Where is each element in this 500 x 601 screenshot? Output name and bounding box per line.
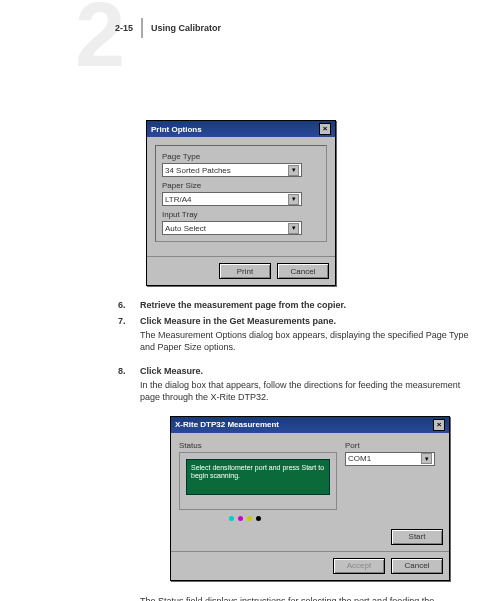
print-options-group: Page Type 34 Sorted Patches ▾ Paper Size… bbox=[155, 145, 327, 242]
header-divider bbox=[141, 18, 143, 38]
dialog-titlebar: Print Options × bbox=[147, 121, 335, 137]
magenta-dot-icon bbox=[238, 516, 243, 521]
page-ref: 2-15 bbox=[115, 23, 133, 33]
status-message: Select densitometer port and press Start… bbox=[186, 459, 330, 495]
page-type-dropdown[interactable]: 34 Sorted Patches ▾ bbox=[162, 163, 302, 177]
page-type-value: 34 Sorted Patches bbox=[165, 166, 231, 175]
input-tray-label: Input Tray bbox=[162, 210, 320, 219]
step-paragraph: The Measurement Options dialog box appea… bbox=[140, 330, 476, 353]
list-item: 7. Click Measure in the Get Measurements… bbox=[118, 316, 476, 362]
color-strip-indicators bbox=[229, 516, 337, 521]
paper-size-label: Paper Size bbox=[162, 181, 320, 190]
cyan-dot-icon bbox=[229, 516, 234, 521]
black-dot-icon bbox=[256, 516, 261, 521]
page-title: Using Calibrator bbox=[151, 23, 221, 33]
port-value: COM1 bbox=[348, 454, 371, 463]
list-item: 6. Retrieve the measurement page from th… bbox=[118, 300, 476, 312]
chevron-down-icon[interactable]: ▾ bbox=[288, 165, 299, 176]
close-icon[interactable]: × bbox=[433, 419, 445, 431]
step-text: Click Measure in the Get Measurements pa… bbox=[140, 316, 476, 328]
page-header: 2-15 Using Calibrator bbox=[115, 18, 221, 38]
status-label: Status bbox=[179, 441, 337, 450]
chevron-down-icon[interactable]: ▾ bbox=[288, 223, 299, 234]
input-tray-dropdown[interactable]: Auto Select ▾ bbox=[162, 221, 302, 235]
dialog-title: X-Rite DTP32 Measurement bbox=[175, 420, 279, 429]
trailing-paragraph: The Status field displays instructions f… bbox=[140, 595, 476, 601]
dialog-titlebar: X-Rite DTP32 Measurement × bbox=[171, 417, 449, 433]
chapter-number-watermark: 2 bbox=[75, 0, 125, 80]
paper-size-dropdown[interactable]: LTR/A4 ▾ bbox=[162, 192, 302, 206]
port-dropdown[interactable]: COM1 ▾ bbox=[345, 452, 435, 466]
step-text: Click Measure. bbox=[140, 366, 476, 378]
step-paragraph: In the dialog box that appears, follow t… bbox=[140, 380, 476, 403]
port-label: Port bbox=[345, 441, 441, 450]
step-number: 7. bbox=[118, 316, 140, 362]
start-button[interactable]: Start bbox=[391, 529, 443, 545]
print-button[interactable]: Print bbox=[219, 263, 271, 279]
step-number: 8. bbox=[118, 366, 140, 412]
cancel-button[interactable]: Cancel bbox=[391, 558, 443, 574]
step-number: 6. bbox=[118, 300, 140, 312]
paper-size-value: LTR/A4 bbox=[165, 195, 192, 204]
close-icon[interactable]: × bbox=[319, 123, 331, 135]
instruction-list: 6. Retrieve the measurement page from th… bbox=[118, 300, 476, 412]
status-box: Select densitometer port and press Start… bbox=[179, 452, 337, 510]
dialog-title: Print Options bbox=[151, 125, 202, 134]
page-type-label: Page Type bbox=[162, 152, 320, 161]
xrite-dialog: X-Rite DTP32 Measurement × Status Select… bbox=[170, 416, 450, 581]
step-text: Retrieve the measurement page from the c… bbox=[140, 300, 346, 312]
cancel-button[interactable]: Cancel bbox=[277, 263, 329, 279]
print-options-dialog: Print Options × Page Type 34 Sorted Patc… bbox=[146, 120, 336, 286]
chevron-down-icon[interactable]: ▾ bbox=[288, 194, 299, 205]
input-tray-value: Auto Select bbox=[165, 224, 206, 233]
list-item: 8. Click Measure. In the dialog box that… bbox=[118, 366, 476, 412]
yellow-dot-icon bbox=[247, 516, 252, 521]
accept-button[interactable]: Accept bbox=[333, 558, 385, 574]
page-content: Print Options × Page Type 34 Sorted Patc… bbox=[140, 120, 476, 601]
chevron-down-icon[interactable]: ▾ bbox=[421, 453, 432, 464]
